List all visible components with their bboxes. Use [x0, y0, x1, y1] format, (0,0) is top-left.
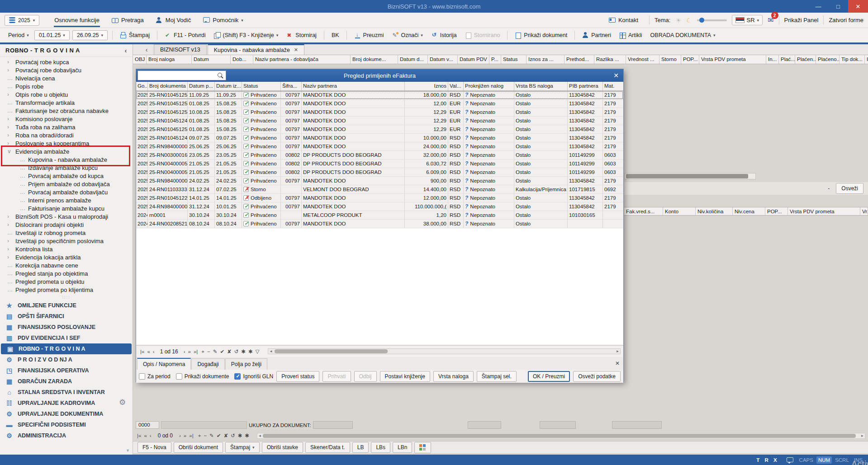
table-column-header[interactable]: Vrsta BS naloga	[514, 82, 568, 90]
tree-expander-icon[interactable]: ›	[7, 116, 15, 122]
sidebar-tree-item[interactable]: › Otpis robe u objektu	[0, 90, 133, 99]
checkbox-icon[interactable]	[234, 373, 241, 380]
sidebar-section[interactable]: ▣ ROBNO - T R G O V I N A	[1, 343, 132, 354]
table-row[interactable]: 2025 25-RN004000057 21.05.25 21.05.25 Pr…	[136, 168, 623, 177]
tree-expander-icon[interactable]: …	[20, 205, 28, 211]
navigator-icon[interactable]: −	[202, 433, 208, 438]
scroll-left-icon[interactable]: ◄	[268, 349, 273, 354]
splitter-handle[interactable]: ::::	[0, 295, 133, 299]
tree-expander-icon[interactable]: …	[20, 156, 28, 163]
toolbar-button[interactable]	[507, 31, 508, 40]
toolbar-button[interactable]: Označi ▾	[388, 30, 426, 40]
navigator-icon[interactable]: ‹	[152, 349, 156, 354]
sidebar-tree-item[interactable]: … Fakturisanje bez obračuna nabavke	[0, 107, 133, 115]
toolbar-button[interactable]: 01.01.25 ▾	[34, 30, 70, 40]
grid-column-header[interactable]: In...	[766, 55, 779, 64]
sidebar-section[interactable]: ★ OMILJENE FUNKCIJE	[0, 300, 133, 311]
scroll-left-icon[interactable]: ◄	[257, 433, 262, 438]
scrollbar-thumb[interactable]	[626, 174, 748, 178]
toolbar-button[interactable]: Artikli	[616, 30, 646, 40]
sidebar-tree-item[interactable]: … Interni prenos ambalaže	[0, 196, 133, 204]
table-column-header[interactable]: Mat.	[603, 82, 623, 90]
table-column-header[interactable]: Status	[242, 82, 281, 90]
grid-column-header[interactable]: POP...	[681, 55, 699, 64]
dialog-checkbox[interactable]: Ignoriši GLN	[234, 373, 273, 380]
tree-expander-icon[interactable]: …	[20, 181, 28, 187]
tab-close-icon[interactable]: ✕	[294, 47, 298, 53]
close-button[interactable]: ✕	[848, 0, 868, 13]
sidebar-tree-item[interactable]: › BizniSoft POS - Kasa u maloprodaji	[0, 212, 133, 221]
footer-button[interactable]: Skener/Data t.	[305, 442, 350, 453]
grid-column-header[interactable]: Naziv partnera - dobavljača	[253, 55, 351, 64]
table-column-header[interactable]: Go...	[136, 82, 148, 90]
navigator-icon[interactable]: »	[187, 349, 192, 354]
toolbar-button[interactable]: Štampaj	[116, 30, 153, 40]
grid-column-header[interactable]: Izvor	[865, 55, 868, 64]
table-row[interactable]: 2025 25-RN984000003 25.06.25 25.06.25 Pr…	[136, 142, 623, 151]
table-row[interactable]: 2025 24-RN984000003 31.12.24 10.01.25 Pr…	[136, 202, 623, 211]
dialog-close-icon[interactable]: ✕	[611, 69, 621, 82]
grid-column-header[interactable]: P...	[489, 55, 501, 64]
sidebar-section[interactable]: ⚙ UPRAVLJANJE DOKUMENTIMA	[0, 409, 133, 419]
sidebar-section[interactable]: ▦ OBRAČUN ZARADA	[0, 376, 133, 387]
grid-column-header[interactable]: OBJ	[133, 55, 147, 64]
grid-column-header[interactable]: Vrsta PDV prometa	[699, 55, 766, 64]
grid-column-header[interactable]: Iznos za ...	[526, 55, 564, 64]
dialog-checkbox[interactable]: Za period	[139, 373, 171, 380]
table-row[interactable]: 2025 25-RN010451243 09.07.25 09.07.25 Pr…	[136, 134, 623, 142]
dialog-horizontal-scrollbar[interactable]: ◄ ►	[268, 348, 621, 354]
navigator-icon[interactable]: ›	[178, 433, 182, 438]
checkbox-icon[interactable]	[139, 373, 145, 380]
toolbar-button[interactable]: Prikaži dokument	[511, 30, 571, 40]
toolbar-button[interactable]: 26.09.25 ▾	[72, 30, 108, 40]
grid-column-header[interactable]: POP...	[765, 207, 788, 215]
navigator-icon[interactable]: ✔	[215, 432, 223, 439]
tree-expander-icon[interactable]: ›	[7, 132, 15, 138]
tree-expander-icon[interactable]: ›	[7, 67, 15, 73]
toolbar-button[interactable]: (Shift) F3 - Knjiženje ▾	[210, 30, 282, 40]
table-row[interactable]: 2025 25-RN010451249 01.08.25 15.08.25 Pr…	[136, 117, 623, 125]
grid-column-header[interactable]: Vrednost ...	[626, 55, 659, 64]
navigator-icon[interactable]: ✘	[226, 348, 233, 355]
sidebar-tree-item[interactable]: … Povraćaj ambalaže dobavljaču	[0, 188, 133, 196]
grid-column-header[interactable]: Razlika ...	[594, 55, 626, 64]
grid-column-header[interactable]: Vrsta PDV prometa	[788, 207, 860, 215]
sidebar-tree-item[interactable]: … Korekcija nabavne cene	[0, 261, 133, 269]
sidebar-tree-item[interactable]: … Pregled prometa po klijentima	[0, 286, 133, 294]
navigator-icon[interactable]: ›	[182, 349, 187, 354]
grid-column-header[interactable]: Niv.količina	[696, 207, 733, 215]
menu-item[interactable]: Pretraga	[105, 13, 150, 28]
table-row[interactable]: 2025 25-RN984000002 24.02.25 24.02.25 Pr…	[136, 177, 623, 185]
sidebar-section[interactable]: ⚙ ADMINISTRACIJA	[0, 430, 133, 441]
tree-expander-icon[interactable]: …	[7, 262, 15, 268]
toolbar-button[interactable]	[574, 31, 575, 40]
tree-expander-icon[interactable]: ›	[7, 59, 15, 65]
tree-expander-icon[interactable]: …	[7, 270, 15, 277]
navigator-icon[interactable]: «	[142, 433, 148, 438]
sidebar-tree-item[interactable]: … Pregled stanja po objektima	[0, 269, 133, 277]
light-theme-icon[interactable]: ☀	[675, 17, 681, 24]
dialog-button[interactable]: Štampaj sel.	[477, 371, 517, 382]
tree-expander-icon[interactable]: …	[20, 189, 28, 195]
sidebar-tree-item[interactable]: … Popis robe	[0, 82, 133, 90]
settings-gear-icon[interactable]: ⚙	[119, 398, 126, 407]
grid-column-header[interactable]: Niv.cena	[733, 207, 765, 215]
table-column-header[interactable]: Naziv partnera	[302, 82, 405, 90]
menu-item[interactable]: Osnovne funkcije	[48, 13, 105, 28]
sidebar-section[interactable]: ▥ PDV EVIDENCIJA I SEF	[0, 333, 133, 343]
sidebar-section[interactable]: ⚙ P R O I Z V O D NJ A	[0, 354, 133, 365]
table-row[interactable]: 2025 25-RN010451252 01.08.25 15.08.25 Pr…	[136, 99, 623, 108]
tree-expander-icon[interactable]: ›	[7, 221, 15, 228]
table-column-header[interactable]: PIB partnera	[568, 82, 603, 90]
toolbar-button[interactable]: OBRADA DOKUMENTA ▾	[647, 30, 719, 40]
tree-expander-icon[interactable]: …	[7, 287, 15, 293]
navigator-icon[interactable]: ✎	[208, 432, 215, 439]
navigator-icon[interactable]: ✱	[240, 348, 247, 355]
sidebar-section[interactable]: ▦ FINANSIJSKO POSLOVANJE	[0, 322, 133, 333]
table-column-header[interactable]: Šifra...	[281, 82, 302, 90]
navigator-icon[interactable]: −	[206, 349, 212, 354]
sidebar-tree-item[interactable]: › Povraćaj robe kupca	[0, 58, 133, 66]
tree-expander-icon[interactable]: …	[7, 99, 15, 106]
dialog-button[interactable]: Odbij	[354, 371, 377, 382]
scroll-right-icon[interactable]: ►	[860, 433, 865, 438]
